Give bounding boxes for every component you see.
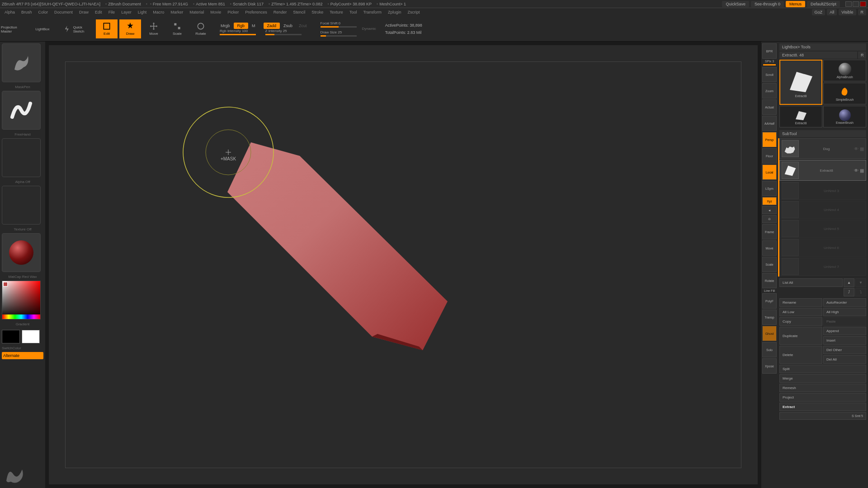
goz-button[interactable]: GoZ (812, 9, 826, 15)
alllow-button[interactable]: All Low (779, 308, 822, 316)
secondary-color-swatch[interactable] (2, 330, 20, 343)
lightbox-tools-header[interactable]: Lightbox> Tools (779, 43, 866, 51)
brush-selector[interactable] (2, 43, 41, 82)
zcut-button[interactable]: Zcut (296, 23, 310, 29)
move-mode-button[interactable]: Move (143, 19, 165, 38)
subtool-dim-1[interactable]: UnNmd 3 (779, 182, 866, 200)
duplicate-button[interactable]: Duplicate (779, 327, 822, 345)
tool-alphabrush[interactable]: AlphaBrush (823, 60, 866, 81)
menu-macro[interactable]: Macro (150, 9, 167, 15)
floor-button[interactable]: Floor (762, 148, 777, 164)
solo-button[interactable]: Solo (762, 342, 777, 357)
texture-selector[interactable] (2, 186, 41, 225)
move-up-button[interactable]: ⤴ (844, 288, 854, 296)
remesh-button[interactable]: Remesh (779, 384, 866, 392)
rgb-intensity-slider[interactable]: Rgb Intensity 100 (220, 29, 256, 35)
listall-button[interactable]: List All (779, 278, 843, 287)
viewport-move-button[interactable]: Move (762, 240, 777, 256)
close-btn[interactable] (860, 1, 866, 7)
tool-eraserbrush[interactable]: EraserBrush (823, 106, 866, 127)
menu-transform[interactable]: Transform (360, 9, 384, 15)
menu-marker[interactable]: Marker (168, 9, 186, 15)
alternate-button[interactable]: Alternate (2, 352, 43, 359)
color-picker[interactable] (2, 281, 41, 319)
quicksave-button[interactable]: QuickSave (722, 1, 749, 7)
subtool-header[interactable]: SubTool (779, 130, 866, 137)
menu-zplugin[interactable]: Zplugin (385, 9, 404, 15)
rgb-button[interactable]: Rgb (234, 23, 249, 29)
aahalf-button[interactable]: AAHalf (762, 116, 777, 131)
persp-button[interactable]: Persp (762, 132, 777, 147)
merge-button[interactable]: Merge (779, 374, 866, 383)
viewport-rotate-button[interactable]: Rotate (762, 273, 777, 288)
menu-stencil[interactable]: Stencil (290, 9, 308, 15)
goz-all-button[interactable]: All (827, 9, 837, 15)
tool-simplebrush[interactable]: SimpleBrush (823, 83, 866, 104)
menu-edit[interactable]: Edit (92, 9, 105, 15)
goz-visible-button[interactable]: Visible (839, 9, 856, 15)
subtool-dim-4[interactable]: UnNmd 6 (779, 239, 866, 257)
menu-color[interactable]: Color (36, 9, 51, 15)
actual-button[interactable]: Actual (762, 99, 777, 115)
rt-arrow-1[interactable]: ◄ (762, 206, 777, 214)
menu-draw[interactable]: Draw (76, 9, 91, 15)
project-button[interactable]: Project (779, 393, 866, 402)
canvas-area[interactable]: +MASK (49, 45, 758, 484)
zoom-button[interactable]: Zoom (762, 83, 777, 99)
subtool-dim-2[interactable]: UnNmd 4 (779, 201, 866, 219)
menus-button[interactable]: Menus (786, 1, 805, 7)
menu-file[interactable]: File (106, 9, 118, 15)
arrow-down-button[interactable]: ▼ (855, 278, 866, 287)
polyf-button[interactable]: PolyF (762, 293, 777, 309)
split-button[interactable]: Split (779, 365, 866, 373)
zadd-button[interactable]: Zadd (264, 23, 280, 29)
transp-button[interactable]: Transp (762, 310, 777, 325)
maximize-btn[interactable] (853, 1, 859, 7)
local-button[interactable]: Local (762, 164, 777, 180)
menu-brush[interactable]: Brush (19, 9, 35, 15)
menu-light[interactable]: Light (135, 9, 150, 15)
m-button[interactable]: M (249, 23, 258, 29)
viewport-scale-button[interactable]: Scale (762, 257, 777, 272)
spix-slider[interactable]: SPix 3 (762, 60, 777, 63)
lightbox-button[interactable]: LightBox (24, 19, 61, 38)
material-selector[interactable] (2, 233, 41, 272)
tool-extract8b[interactable]: Extract8 (779, 106, 822, 127)
frame-button[interactable]: Frame (762, 224, 777, 239)
move-down-button[interactable]: ⤵ (855, 288, 866, 296)
autoreorder-button[interactable]: AutoReorder (823, 298, 866, 307)
switchcolor-button[interactable]: SwitchColor (2, 346, 43, 350)
visibility-icons-active[interactable]: 👁 ▦ (854, 168, 864, 173)
canvas-viewport[interactable]: +MASK (65, 61, 741, 468)
allhigh-button[interactable]: All High (823, 308, 866, 316)
copy-button[interactable]: Copy (779, 317, 822, 326)
bpr-button[interactable]: BPR (762, 43, 777, 59)
zsub-button[interactable]: Zsub (281, 23, 295, 29)
delall-button[interactable]: Del All (823, 355, 866, 364)
z-intensity-slider[interactable]: Z Intensity 25 (265, 29, 308, 35)
lsym-button[interactable]: LSym (762, 181, 777, 196)
gradient-label[interactable]: Gradient (2, 322, 43, 326)
menu-material[interactable]: Material (187, 9, 207, 15)
insert-button[interactable]: Insert (823, 336, 866, 345)
subtool-dim-5[interactable]: UnNmd 7 (779, 258, 866, 276)
minimize-btn[interactable] (845, 1, 852, 7)
menu-preferences[interactable]: Preferences (242, 9, 270, 15)
r-button[interactable]: R (858, 52, 866, 59)
xpose-button[interactable]: Xpose (762, 358, 777, 374)
scale-mode-button[interactable]: Scale (166, 19, 188, 38)
alpha-selector[interactable] (2, 138, 41, 177)
delete-button[interactable]: Delete (779, 346, 822, 364)
menu-stroke[interactable]: Stroke (309, 9, 326, 15)
extract-button[interactable]: Extract (779, 403, 866, 411)
goz-r-button[interactable]: R (858, 9, 867, 15)
subtool-dim-3[interactable]: UnNmd 5 (779, 220, 866, 238)
projection-master-button[interactable]: Projection Master (1, 19, 23, 38)
stroke-selector[interactable] (2, 91, 41, 130)
draw-mode-button[interactable]: Draw (119, 19, 141, 38)
focal-shift-slider[interactable]: Focal Shift 0 (321, 21, 357, 28)
menu-layer[interactable]: Layer (118, 9, 134, 15)
ssmt-slider[interactable]: S Smt 5 (779, 412, 866, 420)
edit-mode-button[interactable]: Edit (96, 19, 118, 38)
hue-strip[interactable] (2, 314, 40, 319)
